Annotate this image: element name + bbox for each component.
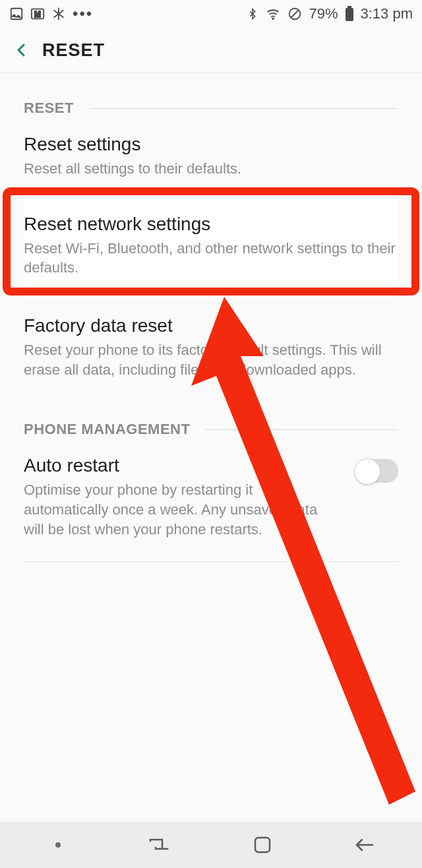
clock-time: 3:13 pm	[361, 5, 413, 22]
status-left: M •••	[9, 5, 93, 23]
section-label: PHONE MANAGEMENT	[24, 421, 190, 438]
item-title: Factory data reset	[24, 315, 398, 336]
section-header-reset: RESET	[24, 100, 398, 117]
chevron-left-icon	[14, 41, 30, 59]
battery-percent: 79%	[309, 5, 338, 22]
status-right: 79% 3:13 pm	[247, 5, 413, 22]
item-title: Reset network settings	[24, 214, 398, 235]
battery-icon	[345, 6, 354, 22]
item-subtitle: Reset all settings to their defaults.	[24, 159, 398, 179]
divider	[206, 429, 398, 430]
status-bar: M ••• 79% 3:13 pm	[0, 0, 422, 28]
nav-back-button[interactable]	[325, 827, 404, 863]
nav-indicator	[18, 827, 98, 863]
no-signal-icon	[287, 7, 302, 21]
divider	[24, 561, 398, 562]
screen: M ••• 79% 3:13 pm	[0, 0, 422, 868]
page-title: RESET	[42, 40, 105, 61]
item-subtitle: Reset Wi-Fi, Bluetooth, and other networ…	[24, 239, 398, 278]
wifi-icon	[265, 7, 281, 21]
item-title: Auto restart	[24, 455, 338, 476]
back-button[interactable]	[9, 38, 34, 63]
nav-home-button[interactable]	[223, 827, 302, 863]
section-label: RESET	[24, 100, 74, 117]
auto-restart-toggle[interactable]	[355, 459, 398, 483]
svg-rect-5	[347, 6, 351, 8]
mail-icon: M	[30, 7, 45, 21]
item-title: Reset settings	[24, 134, 398, 155]
section-phone-management: PHONE MANAGEMENT Auto restart Optimise y…	[0, 421, 422, 561]
bluetooth-icon	[247, 7, 258, 21]
section-reset: RESET Reset settings Reset all settings …	[0, 100, 422, 394]
section-header-phone-management: PHONE MANAGEMENT	[24, 421, 398, 438]
nav-bar	[0, 822, 422, 868]
item-subtitle: Optimise your phone by restarting it aut…	[24, 480, 338, 539]
svg-rect-6	[346, 8, 353, 21]
page-header: RESET	[0, 28, 422, 73]
more-icon: •••	[73, 5, 93, 23]
item-subtitle: Reset your phone to its factory default …	[24, 340, 398, 379]
item-reset-network-settings[interactable]: Reset network settings Reset Wi-Fi, Blue…	[24, 194, 398, 298]
divider	[90, 108, 398, 109]
snow-icon	[51, 7, 66, 21]
item-factory-data-reset[interactable]: Factory data reset Reset your phone to i…	[24, 298, 398, 394]
svg-rect-8	[255, 838, 270, 852]
toggle-knob	[354, 458, 380, 485]
nav-recents-button[interactable]	[121, 827, 200, 863]
item-reset-settings[interactable]: Reset settings Reset all settings to the…	[24, 117, 398, 194]
image-icon	[9, 7, 24, 21]
item-auto-restart[interactable]: Auto restart Optimise your phone by rest…	[24, 438, 398, 554]
svg-text:M: M	[34, 10, 41, 19]
svg-point-3	[273, 18, 274, 19]
